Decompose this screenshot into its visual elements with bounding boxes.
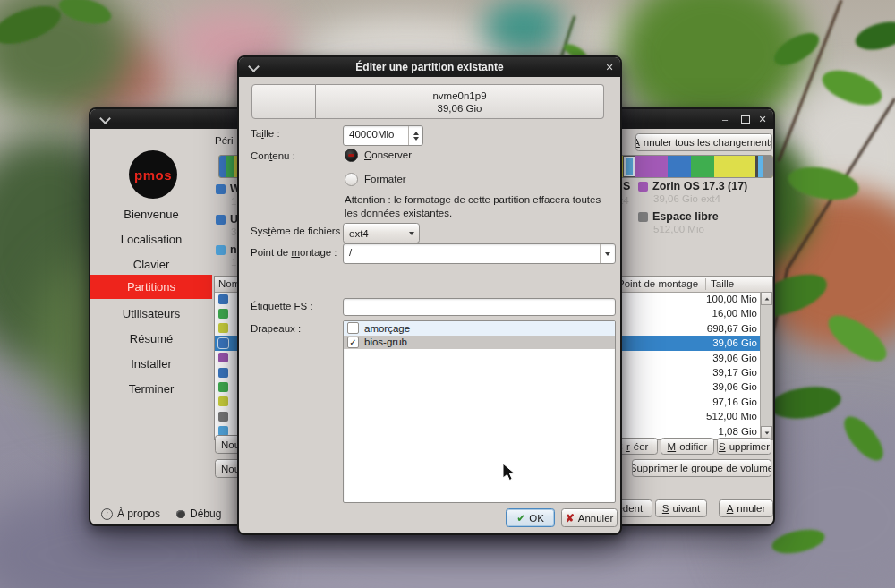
size-spinbox[interactable]: 40000Mio xyxy=(343,125,423,146)
sidebar-item-terminer[interactable]: Terminer xyxy=(90,382,212,396)
mouse-cursor xyxy=(502,463,516,482)
delete-volume-group-button[interactable]: Supprimer le groupe de volume xyxy=(632,459,771,477)
bar-segment-right-5[interactable] xyxy=(668,156,691,177)
partition-color-swatch xyxy=(218,338,228,348)
partition-color-swatch xyxy=(218,396,228,406)
legend-color-swatch xyxy=(638,182,648,192)
preview-segment-other xyxy=(251,84,316,119)
bar-segment-right-2[interactable] xyxy=(755,156,758,177)
fs-label-label: Étiquette FS : xyxy=(251,301,313,311)
scroll-up-icon[interactable] xyxy=(761,292,772,305)
flag-item-amorçage[interactable]: amorçage xyxy=(344,321,615,336)
keep-radio-label[interactable]: Conserver xyxy=(364,149,412,160)
edit-partition-dialog: Éditer une partition existante ✕ nvme0n1… xyxy=(237,55,622,535)
size-label: Taille : xyxy=(251,128,280,139)
sidebar-item-rsum[interactable]: Résumé xyxy=(90,332,212,346)
legend-label: Zorin OS 17.3 (17) xyxy=(652,180,747,192)
flag-label: amorçage xyxy=(364,323,410,334)
bar-segment-right-0[interactable] xyxy=(763,156,772,177)
flag-item-bios-grub[interactable]: ✓bios-grub xyxy=(344,336,615,350)
next-button[interactable]: Suivant xyxy=(655,499,707,517)
partition-size: 512,00 Mio xyxy=(706,409,757,423)
content-label: Contenu : xyxy=(251,150,295,161)
partition-size: 39,06 Gio xyxy=(712,379,757,394)
legend-label: Espace libre xyxy=(652,210,719,223)
spin-buttons[interactable] xyxy=(408,126,422,145)
partition-size: 39,06 Gio xyxy=(712,336,757,350)
dialog-close-icon[interactable]: ✕ xyxy=(602,57,617,77)
flags-list[interactable]: amorçage✓bios-grub xyxy=(343,320,616,503)
mountpoint-label: Point de montage : xyxy=(251,247,337,258)
partition-color-swatch xyxy=(218,294,228,304)
legend-color-swatch xyxy=(216,215,226,225)
sidebar-item-bienvenue[interactable]: Bienvenue xyxy=(90,208,212,222)
delete-button[interactable]: Supprimer xyxy=(717,438,771,455)
size-value[interactable]: 40000Mio xyxy=(349,129,395,140)
cancel-x-icon: ✘ xyxy=(566,512,575,524)
partition-color-swatch xyxy=(218,309,228,319)
debug-button[interactable]: Débug xyxy=(176,507,221,520)
flag-label: bios-grub xyxy=(364,337,407,347)
bar-segment-right-4[interactable] xyxy=(691,156,714,177)
legend-partial-label: S xyxy=(623,180,630,192)
cancel-button[interactable]: Annuler xyxy=(719,499,773,517)
sidebar-item-clavier[interactable]: Clavier xyxy=(90,258,212,272)
sidebar-item-localisation[interactable]: Localisation xyxy=(90,233,212,247)
spin-up-icon[interactable] xyxy=(413,132,419,135)
filesystem-value: ext4 xyxy=(349,228,369,239)
mountpoint-combo[interactable]: / xyxy=(343,243,616,264)
legend-item-0: Zorin OS 17.3 (17)39,06 Gio ext4 xyxy=(638,180,772,204)
bar-segment-left-0[interactable] xyxy=(219,156,226,177)
info-icon: i xyxy=(101,508,113,520)
dialog-titlebar: Éditer une partition existante ✕ xyxy=(239,57,620,77)
ok-button[interactable]: ✔ OK xyxy=(506,508,555,527)
legend-right-column: Zorin OS 17.3 (17)39,06 Gio ext4Espace l… xyxy=(638,180,772,241)
partition-size: 16,00 Mio xyxy=(712,306,757,320)
device-label: Péri xyxy=(215,135,233,146)
table-scrollbar[interactable] xyxy=(760,292,772,439)
bar-segment-right-7[interactable] xyxy=(623,156,635,177)
partition-preview: nvme0n1p9 39,06 Gio xyxy=(251,84,604,119)
fs-label-input[interactable] xyxy=(343,298,616,316)
bar-segment-right-3[interactable] xyxy=(714,156,755,177)
sidebar-item-partitions[interactable]: Partitions xyxy=(90,275,212,299)
about-button[interactable]: i À propos xyxy=(101,507,160,520)
format-warning-text: Attention : le formatage de cette partit… xyxy=(345,193,608,220)
sidebar-item-utilisateurs[interactable]: Utilisateurs xyxy=(90,307,212,321)
checkbox-icon[interactable] xyxy=(347,322,359,334)
filesystem-label: Système de fichiers : xyxy=(251,226,346,236)
partition-color-swatch xyxy=(218,412,228,422)
partition-size: 97,16 Gio xyxy=(712,395,757,409)
sidebar: pmos BienvenueLocalisationClavierPartiti… xyxy=(90,129,212,524)
keep-radio[interactable] xyxy=(345,149,358,162)
column-mount[interactable]: Point de montage xyxy=(618,277,698,292)
checkbox-checked-icon[interactable]: ✓ xyxy=(347,337,359,348)
partition-size: 39,06 Gio xyxy=(712,351,757,365)
legend-color-swatch xyxy=(216,245,226,255)
close-icon[interactable]: ✕ xyxy=(755,109,770,129)
modify-button[interactable]: Modifier xyxy=(661,438,714,455)
partition-color-swatch xyxy=(218,353,228,362)
partition-size: 1,08 Gio xyxy=(719,424,757,439)
dialog-cancel-button[interactable]: ✘ Annuler xyxy=(561,508,618,527)
legend-label: n xyxy=(230,243,237,256)
spin-down-icon[interactable] xyxy=(413,137,419,141)
bar-segment-right-1[interactable] xyxy=(758,156,763,177)
filesystem-combo-arrow-icon xyxy=(405,224,419,243)
legend-item-1: Espace libre512,00 Mio xyxy=(638,210,772,234)
minimize-icon[interactable]: – xyxy=(718,109,732,129)
column-size[interactable]: Taille xyxy=(711,277,734,292)
partition-color-swatch xyxy=(218,368,228,378)
dialog-title: Éditer une partition existante xyxy=(239,57,620,77)
format-radio-label[interactable]: Formater xyxy=(364,174,406,184)
bar-segment-left-1[interactable] xyxy=(226,156,234,177)
revert-all-changes-button[interactable]: Annuler tous les changements xyxy=(635,133,772,151)
maximize-icon[interactable] xyxy=(741,115,750,124)
partition-color-swatch xyxy=(218,382,228,392)
format-radio[interactable] xyxy=(345,173,358,186)
filesystem-combo[interactable]: ext4 xyxy=(343,223,420,243)
window-menu-chevron-icon[interactable] xyxy=(99,113,111,124)
partition-color-swatch xyxy=(218,323,228,333)
bar-segment-right-6[interactable] xyxy=(635,156,668,177)
sidebar-item-installer[interactable]: Installer xyxy=(90,357,212,371)
